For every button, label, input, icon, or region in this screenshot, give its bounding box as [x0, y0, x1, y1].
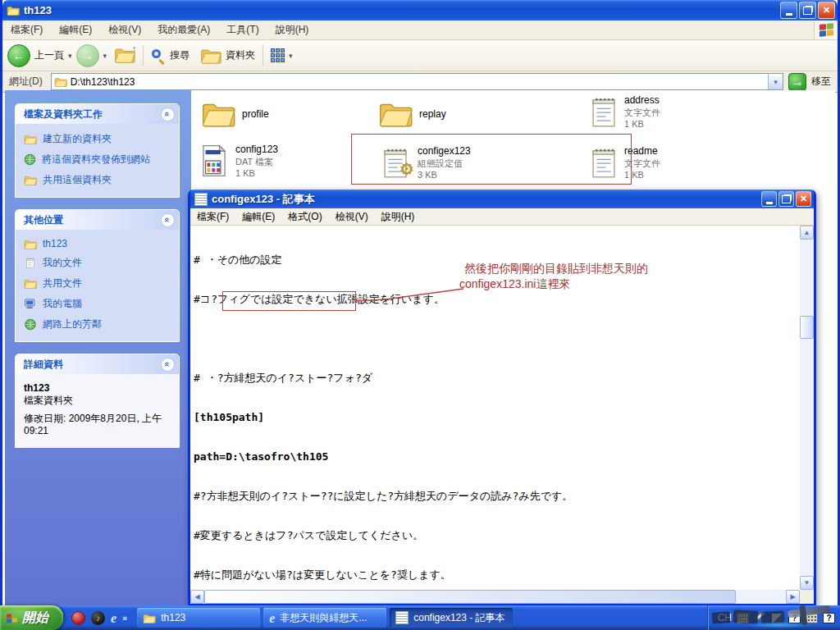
place-label: 共用文件 [43, 276, 82, 290]
taskbar-button-browser[interactable]: e 非想天則與緋想天... [263, 608, 386, 628]
menu-format[interactable]: 格式(O) [281, 210, 328, 224]
menu-file[interactable]: 檔案(F) [190, 210, 235, 224]
menu-file[interactable]: 檔案(F) [2, 23, 51, 37]
notepad-line: #?方非想天則のイ?ストー??に設定した?方緋想天のデータの読み?み先です。 [194, 490, 800, 503]
help-icon[interactable]: ? [823, 613, 835, 623]
horizontal-scroll-thumb[interactable] [204, 590, 736, 604]
explorer-titlebar[interactable]: th123 ✕ [2, 0, 838, 21]
up-arrow-icon: ↑ [132, 43, 138, 55]
address-value[interactable]: D:\th123\th123 [71, 76, 765, 88]
minimize-button[interactable] [780, 2, 797, 19]
menu-tools[interactable]: 工具(T) [218, 23, 267, 37]
file-tile-configex123[interactable]: ⚙ configex123 組態設定值 3 KB [380, 144, 471, 180]
explorer-title: th123 [24, 4, 776, 16]
pen-icon[interactable] [754, 613, 766, 623]
file-tile-address[interactable]: address 文字文件 1 KB [590, 94, 660, 130]
start-label: 開始 [22, 609, 48, 627]
menu-help[interactable]: 說明(H) [375, 210, 422, 224]
file-tile-config123[interactable]: config123 DAT 檔案 1 KB [199, 143, 278, 179]
menu-help[interactable]: 說明(H) [267, 23, 317, 37]
task-share-folder[interactable]: 共用這個資料夾 [24, 173, 174, 187]
search-label[interactable]: 搜尋 [170, 48, 189, 62]
notepad-line: #変更するときはフ?パスで設定してください。 [194, 529, 800, 542]
scroll-left-button[interactable]: ◀ [190, 590, 204, 604]
address-input[interactable]: D:\th123\th123 ▾ [51, 73, 783, 90]
place-my-documents[interactable]: 我的文件 [24, 256, 174, 270]
explorer-toolbar: ← 上一頁 ▾ → ▾ ↑ 搜尋 資料夾 ▾ [2, 40, 838, 71]
notepad-icon [194, 193, 208, 206]
text-file-icon [591, 94, 617, 129]
media-player-icon[interactable]: ♪ [91, 611, 105, 625]
ime-pad-icon[interactable] [771, 613, 783, 623]
notepad-text-area[interactable]: # ・その他の設定 #コ?フィグでは設定できない拡張設定を行います。 # ・?方… [190, 226, 800, 590]
back-dropdown-icon[interactable]: ▾ [68, 52, 72, 60]
minimize-button[interactable] [761, 191, 777, 207]
folders-icon[interactable] [200, 47, 221, 64]
close-button[interactable]: ✕ [818, 2, 835, 19]
go-button[interactable]: → [788, 73, 806, 91]
menu-view[interactable]: 檢視(V) [100, 23, 149, 37]
views-icon[interactable] [271, 48, 285, 62]
file-tasks-header[interactable]: 檔案及資料夾工作 « [16, 104, 179, 124]
start-button[interactable]: 開始 [0, 605, 63, 630]
maximize-button[interactable] [778, 191, 794, 207]
notepad-line: # ・その他の設定 [194, 253, 800, 267]
scroll-up-button[interactable]: ▲ [800, 226, 814, 240]
taskbar-button-th123[interactable]: th123 [137, 608, 260, 628]
place-network[interactable]: 網路上的芳鄰 [24, 317, 174, 331]
quick-launch-app-icon[interactable] [71, 611, 85, 625]
search-icon[interactable] [151, 48, 166, 63]
toolbar-options-icon[interactable] [806, 613, 818, 623]
views-dropdown-icon[interactable]: ▾ [289, 52, 293, 60]
taskbar-button-notepad[interactable]: configex123 - 記事本 [390, 608, 513, 628]
menu-view[interactable]: 檢視(V) [329, 210, 375, 224]
vertical-scroll-thumb[interactable] [800, 316, 814, 339]
place-th123[interactable]: th123 [24, 238, 174, 249]
file-tile-replay[interactable]: replay [378, 95, 446, 131]
back-label[interactable]: 上一頁 [34, 48, 64, 62]
windows-logo-icon [814, 21, 838, 39]
file-tile-readme[interactable]: readme 文字文件 1 KB [590, 144, 660, 180]
up-button[interactable]: ↑ [114, 46, 135, 66]
folders-label[interactable]: 資料夾 [226, 48, 255, 62]
close-button[interactable]: ✕ [796, 191, 811, 207]
forward-button[interactable]: → [76, 44, 99, 67]
place-my-computer[interactable]: 我的電腦 [24, 297, 174, 311]
desktop: th123 ✕ 檔案(F) 編輯(E) 檢視(V) 我的最愛(A) 工具(T) … [0, 0, 840, 630]
scroll-down-button[interactable]: ▼ [800, 576, 814, 590]
back-button[interactable]: ← [7, 44, 30, 67]
horizontal-scrollbar[interactable]: ◀ ▶ [190, 590, 800, 604]
notepad-titlebar[interactable]: configex123 - 記事本 ✕ [190, 189, 814, 208]
forward-dropdown-icon[interactable]: ▾ [103, 52, 107, 60]
scroll-right-button[interactable]: ▶ [786, 590, 800, 604]
place-label: 我的電腦 [43, 297, 82, 311]
language-indicator[interactable]: CH [718, 612, 732, 623]
collapse-chevron-icon[interactable]: « [161, 213, 175, 227]
file-tasks-title: 檔案及資料夾工作 [24, 107, 103, 121]
details-header[interactable]: 詳細資料 « [16, 354, 179, 374]
collapse-chevron-icon[interactable]: « [161, 107, 175, 121]
help-icon[interactable]: ? [788, 613, 801, 623]
keyboard-icon[interactable] [737, 613, 749, 623]
menu-favorites[interactable]: 我的最愛(A) [149, 23, 218, 37]
file-name: readme [624, 145, 660, 158]
notepad-line: #コ?フィグでは設定できない拡張設定を行います。 [194, 293, 800, 306]
collapse-chevron-icon[interactable]: « [161, 358, 175, 372]
task-publish-folder[interactable]: 將這個資料夾發佈到網站 [24, 153, 174, 167]
vertical-scrollbar[interactable]: ▲ ▼ [800, 226, 814, 590]
place-label: 網路上的芳鄰 [43, 317, 102, 331]
restore-button[interactable] [799, 2, 816, 19]
quick-launch-more-icon[interactable]: » [122, 613, 127, 623]
notepad-title: configex123 - 記事本 [212, 192, 757, 207]
file-tile-profile[interactable]: profile [201, 95, 269, 131]
go-label[interactable]: 移至 [811, 75, 831, 89]
place-shared-documents[interactable]: 共用文件 [24, 276, 174, 290]
system-tray: CH ? ? [707, 605, 840, 630]
address-dropdown-button[interactable]: ▾ [768, 74, 783, 89]
menu-edit[interactable]: 編輯(E) [235, 210, 281, 224]
other-places-header[interactable]: 其他位置 « [16, 210, 179, 230]
internet-explorer-icon[interactable]: e [111, 611, 116, 625]
taskbar-button-label: configex123 - 記事本 [413, 611, 504, 625]
task-new-folder[interactable]: 建立新的資料夾 [24, 132, 174, 146]
menu-edit[interactable]: 編輯(E) [51, 23, 100, 37]
